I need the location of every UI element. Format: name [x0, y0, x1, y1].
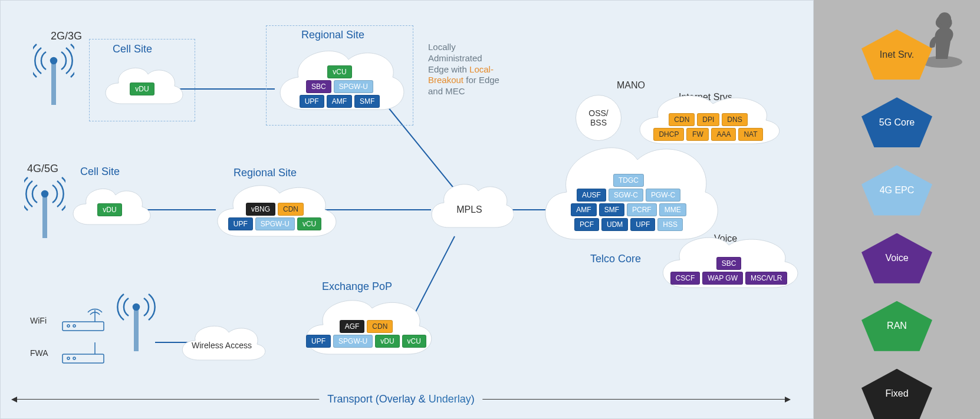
vdu-chip-3: vDU: [375, 335, 399, 348]
mpls-label: MPLS: [456, 204, 482, 215]
amf-chip: AMF: [327, 95, 352, 108]
diagram-canvas: 2G/3G Cell Site vDU Regional Site vCU SB…: [0, 0, 814, 419]
vbng-chip: vBNG: [246, 203, 275, 216]
upf-chip-4: UPF: [630, 218, 655, 231]
transport-overlay: Overlay: [379, 393, 416, 405]
svg-point-8: [51, 58, 57, 64]
vcu-chip: vCU: [327, 65, 351, 78]
cell-site-title-mid: Cell Site: [80, 166, 120, 178]
wireless-access-cloud: Wireless Access: [175, 322, 269, 369]
mpls-cloud: MPLS: [425, 180, 514, 239]
edge-note-l2: Administrated: [428, 53, 482, 63]
upf-chip-2: UPF: [228, 217, 253, 230]
antenna-icon-3: [116, 289, 157, 357]
mme-chip: MME: [659, 203, 686, 216]
exchange-pop-cloud: AGF CDN UPF SPGW-U vDU vCU: [298, 295, 434, 363]
telco-core-title: Telco Core: [590, 253, 641, 265]
dns-chip: DNS: [722, 113, 747, 126]
wapgw-chip: WAP GW: [702, 272, 743, 285]
transport-underlay: Underlay: [429, 393, 471, 405]
pcf-chip: PCF: [574, 218, 599, 231]
svg-point-14: [73, 325, 75, 327]
smf-chip: SMF: [354, 95, 380, 108]
vdu-chip: vDU: [130, 83, 154, 95]
vdu-chip-2: vDU: [97, 203, 121, 216]
cell-site-cloud-top: vDU: [98, 62, 186, 116]
udm-chip: UDM: [601, 218, 628, 231]
nat-chip: NAT: [738, 128, 762, 141]
transport-pre: Transport (: [327, 393, 379, 405]
access-4g5g-label: 4G/5G: [27, 163, 58, 175]
antenna-icon-2: [24, 176, 65, 243]
exchange-pop-title: Exchange PoP: [322, 281, 392, 293]
hss-chip: HSS: [657, 218, 683, 231]
svg-rect-11: [63, 322, 104, 331]
transport-amp: &: [416, 393, 429, 405]
regional-site-cloud-mid: vBNG CDN UPF SPGW-U vCU: [210, 180, 340, 245]
legend-panel: Inet Srv. 5G Core 4G EPC Voice RAN Fixed: [814, 0, 980, 419]
cdn-chip: CDN: [278, 203, 304, 216]
legend-voice: Voice: [861, 233, 932, 283]
tdgc-chip: TDGC: [613, 174, 644, 187]
transport-post: ): [471, 393, 475, 405]
legend-fixed: Fixed: [861, 369, 932, 419]
access-2g3g-label: 2G/3G: [51, 30, 82, 42]
wireless-access-label: Wireless Access: [192, 341, 252, 350]
legend-4g-epc: 4G EPC: [861, 165, 932, 215]
edge-note-l3a: Edge with: [428, 64, 469, 74]
spgwu-chip: SPGW-U: [334, 80, 373, 93]
agf-chip: AGF: [340, 320, 365, 333]
svg-rect-7: [51, 64, 56, 105]
regional-site-cloud-top: vCU SBC SPGW-U UPF AMF SMF: [272, 45, 407, 121]
spgwu-chip-2: SPGW-U: [255, 217, 295, 230]
pcrf-chip: PCRF: [627, 203, 657, 216]
ausf-chip: AUSF: [577, 189, 606, 202]
cell-site-cloud-mid: vDU: [65, 183, 154, 236]
edge-note-l5: and MEC: [428, 86, 465, 96]
wifi-router-icon: [60, 304, 113, 336]
cell-site-title-top: Cell Site: [113, 43, 152, 55]
legend-5g-core: 5G Core: [861, 97, 932, 147]
svg-rect-15: [63, 354, 104, 363]
wifi-label: WiFi: [30, 316, 47, 325]
svg-point-18: [73, 357, 75, 359]
smf-chip-2: SMF: [599, 203, 624, 216]
edge-note: Locally Administrated Edge with Local- B…: [428, 42, 517, 97]
mscvlr-chip: MSC/VLR: [745, 272, 787, 285]
amf-chip-2: AMF: [571, 203, 596, 216]
svg-rect-19: [134, 310, 139, 351]
pgwc-chip: PGW-C: [646, 189, 680, 202]
dpi-chip: DPI: [697, 113, 719, 126]
fwa-label: FWA: [30, 348, 48, 358]
regional-site-title-mid: Regional Site: [234, 167, 297, 179]
upf-chip-3: UPF: [306, 335, 331, 348]
edge-note-l4a: Breakout: [428, 75, 463, 85]
fwa-router-icon: [60, 336, 113, 368]
svg-point-17: [67, 357, 70, 359]
svg-point-13: [67, 325, 70, 327]
cdn-chip-2: CDN: [367, 320, 393, 333]
edge-note-l1: Locally: [428, 42, 456, 52]
vcu-chip-3: vCU: [402, 335, 426, 348]
sbc-chip: SBC: [306, 80, 331, 93]
regional-site-title-top: Regional Site: [301, 29, 364, 41]
cscf-chip: CSCF: [670, 272, 701, 285]
mano-label: MANO: [617, 80, 645, 91]
transport-bar: Transport (Overlay & Underlay): [12, 391, 790, 407]
spgwu-chip-3: SPGW-U: [333, 335, 373, 348]
vcu-chip-2: vCU: [297, 217, 321, 230]
legend-ran: RAN: [861, 301, 932, 351]
antenna-icon: [33, 43, 74, 110]
svg-rect-9: [42, 197, 47, 238]
upf-chip: UPF: [300, 95, 324, 108]
oss-bss-circle: OSS/ BSS: [575, 95, 621, 141]
svg-point-20: [133, 304, 139, 310]
edge-note-l4b: for Edge: [463, 75, 499, 85]
svg-point-22: [938, 12, 951, 25]
voice-cloud: SBC CSCF WAP GW MSC/VLR: [655, 233, 803, 295]
cdn-chip-3: CDN: [669, 113, 695, 126]
sbc-chip-2: SBC: [716, 257, 742, 270]
svg-point-10: [42, 191, 48, 197]
edge-note-l3b: Local-: [469, 64, 494, 74]
sgwc-chip: SGW-C: [609, 189, 643, 202]
